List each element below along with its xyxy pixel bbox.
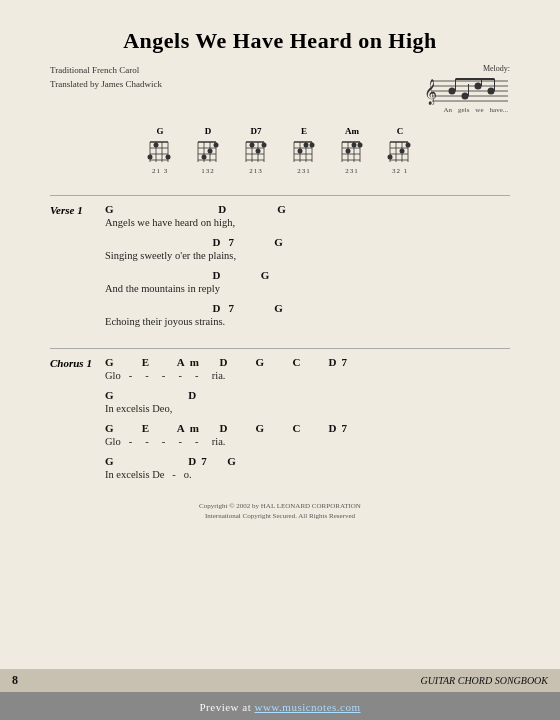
chord-grid-d7 <box>241 138 271 166</box>
verse1-lyric-2: Singing sweetly o'er the plains, <box>105 249 510 264</box>
chorus1-lyric-1: Glo - - - - - ria. <box>105 369 510 384</box>
svg-point-69 <box>346 149 351 154</box>
svg-point-67 <box>352 143 357 148</box>
svg-point-46 <box>250 143 255 148</box>
chords-row: G 21 3 <box>50 126 510 175</box>
chord-grid-c <box>385 138 415 166</box>
song-title: Angels We Have Heard on High <box>50 28 510 54</box>
verse1-content: G D G Angels we have heard on high, D7 G… <box>105 202 510 330</box>
chorus1-lyric-4: In excelsis De - o. <box>105 468 510 483</box>
svg-point-78 <box>406 143 411 148</box>
svg-point-80 <box>388 155 393 160</box>
svg-point-6 <box>449 88 456 95</box>
verse1-chord-3: D G <box>105 268 510 282</box>
preview-link[interactable]: www.musicnotes.com <box>254 701 360 713</box>
chorus-divider <box>50 348 510 349</box>
footer-book-title: GUITAR CHORD SONGBOOK <box>420 675 548 686</box>
chorus1-lyric-2: In excelsis Deo, <box>105 402 510 417</box>
chord-c: C 32 1 <box>385 126 415 175</box>
chorus1-chord-2: G D <box>105 388 510 402</box>
chorus1-section: Chorus 1 G E Am D G C D7 Glo - - - - - r… <box>50 355 510 487</box>
verse1-chord-2: D7 G <box>105 235 510 249</box>
subtitle-left: Traditional French Carol Translated by J… <box>50 64 162 91</box>
svg-point-34 <box>214 143 219 148</box>
chord-grid-am <box>337 138 367 166</box>
section-divider <box>50 195 510 196</box>
svg-point-58 <box>298 149 303 154</box>
verse1-lyric-3: And the mountains in reply <box>105 282 510 297</box>
svg-point-47 <box>256 149 261 154</box>
svg-point-45 <box>262 143 267 148</box>
chorus1-chord-3: G E Am D G C D7 <box>105 421 510 435</box>
chord-grid-e <box>289 138 319 166</box>
copyright: Copyright © 2002 by HAL LEONARD CORPORAT… <box>50 501 510 522</box>
main-content: Angels We Have Heard on High Traditional… <box>0 0 560 663</box>
melody-label: Melody: <box>420 64 510 73</box>
preview-text: Preview at www.musicnotes.com <box>199 701 360 713</box>
svg-point-57 <box>310 143 315 148</box>
subtitle-row: Traditional French Carol Translated by J… <box>50 64 510 114</box>
subtitle-line1: Traditional French Carol <box>50 64 162 78</box>
svg-point-8 <box>475 83 482 90</box>
preview-bar[interactable]: Preview at www.musicnotes.com <box>0 692 560 720</box>
chord-grid-d <box>193 138 223 166</box>
svg-point-24 <box>148 155 153 160</box>
svg-point-79 <box>400 149 405 154</box>
footer-bar: 8 GUITAR CHORD SONGBOOK <box>0 669 560 692</box>
chord-g: G 21 3 <box>145 126 175 175</box>
verse1-lyric-4: Echoing their joyous strains. <box>105 315 510 330</box>
svg-point-25 <box>166 155 171 160</box>
svg-point-36 <box>202 155 207 160</box>
chord-am: Am 231 <box>337 126 367 175</box>
copyright-line1: Copyright © 2002 by HAL LEONARD CORPORAT… <box>50 501 510 512</box>
chord-grid-g <box>145 138 175 166</box>
verse1-section: Verse 1 G D G Angels we have heard on hi… <box>50 202 510 334</box>
chord-d7: D7 213 <box>241 126 271 175</box>
chorus1-chord-1: G E Am D G C D7 <box>105 355 510 369</box>
svg-point-9 <box>488 88 495 95</box>
page: Angels We Have Heard on High Traditional… <box>0 0 560 720</box>
melody-box: Melody: 𝄞 <box>420 64 510 114</box>
svg-point-7 <box>462 93 469 100</box>
chorus1-content: G E Am D G C D7 Glo - - - - - ria. G D I… <box>105 355 510 483</box>
verse1-label: Verse 1 <box>50 204 105 216</box>
chorus1-chord-4: G D7 G <box>105 454 510 468</box>
svg-point-35 <box>208 149 213 154</box>
svg-point-56 <box>304 143 309 148</box>
staff-svg: 𝄞 <box>420 75 510 105</box>
chorus1-label: Chorus 1 <box>50 357 105 369</box>
copyright-line2: International Copyright Secured. All Rig… <box>50 511 510 522</box>
verse1-lyric-1: Angels we have heard on high, <box>105 216 510 231</box>
chord-d: D 132 <box>193 126 223 175</box>
chord-e: E 231 <box>289 126 319 175</box>
verse1-chord-4: D7 G <box>105 301 510 315</box>
chorus1-lyric-3: Glo - - - - - ria. <box>105 435 510 450</box>
subtitle-line2: Translated by James Chadwick <box>50 78 162 92</box>
footer-page-number: 8 <box>12 673 18 688</box>
melody-syllables: An gels we have... <box>444 106 510 114</box>
svg-text:𝄞: 𝄞 <box>424 79 437 105</box>
svg-point-23 <box>154 143 159 148</box>
svg-point-68 <box>358 143 363 148</box>
verse1-chord-1: G D G <box>105 202 510 216</box>
staff-container: 𝄞 An <box>420 75 510 114</box>
